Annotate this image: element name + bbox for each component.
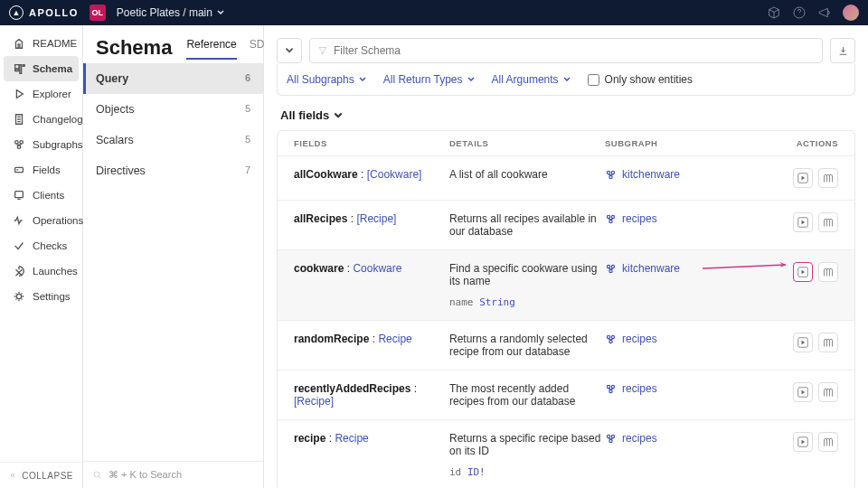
chevron-down-icon xyxy=(216,8,225,17)
entities-checkbox-wrap[interactable]: Only show entities xyxy=(588,73,693,86)
insights-button[interactable] xyxy=(818,168,838,188)
collapse-button[interactable]: COLLAPSE xyxy=(0,462,82,488)
clients-icon xyxy=(13,189,25,202)
chevron-down-icon xyxy=(284,45,295,56)
sidebar-item-label: Operations xyxy=(33,215,83,226)
type-count: 5 xyxy=(245,134,250,146)
field-type[interactable]: Cookware xyxy=(353,262,401,275)
cube-icon[interactable] xyxy=(767,5,781,20)
insights-button[interactable] xyxy=(818,262,838,282)
subgraph-link[interactable]: recipes xyxy=(605,432,763,445)
sidebar-item-changelog[interactable]: Changelog xyxy=(4,107,79,132)
th-details: DETAILS xyxy=(449,138,605,148)
download-icon xyxy=(837,45,849,57)
run-in-explorer-button[interactable] xyxy=(793,212,813,232)
type-label: Query xyxy=(96,72,128,85)
field-args: id ID! xyxy=(449,466,605,478)
field-type[interactable]: Recipe xyxy=(378,333,411,345)
sidebar-item-label: Clients xyxy=(33,190,64,201)
field-type[interactable]: [Recipe] xyxy=(294,395,334,408)
field-desc: The most recently added recipes from our… xyxy=(449,382,605,408)
insights-button[interactable] xyxy=(818,333,838,352)
sidebar-item-operations[interactable]: Operations xyxy=(4,208,79,233)
sidebar-item-settings[interactable]: Settings xyxy=(4,284,79,309)
field-type[interactable]: Recipe xyxy=(335,432,368,445)
type-row-query[interactable]: Query6 xyxy=(83,63,263,94)
columns-icon xyxy=(823,217,834,228)
readme-icon xyxy=(13,37,25,50)
field-type[interactable]: [Cookware] xyxy=(367,168,422,181)
insights-button[interactable] xyxy=(818,382,838,402)
run-in-explorer-button[interactable] xyxy=(793,168,813,188)
explorer-icon xyxy=(13,88,25,100)
help-icon[interactable] xyxy=(792,5,807,20)
svg-point-21 xyxy=(607,335,609,338)
insights-button[interactable] xyxy=(818,212,838,232)
svg-point-6 xyxy=(16,294,21,298)
play-icon xyxy=(797,267,808,277)
sidebar-item-fields[interactable]: Fields xyxy=(4,157,79,183)
subgraph-link[interactable]: recipes xyxy=(605,382,763,395)
filter-subgraphs[interactable]: All Subgraphs xyxy=(287,73,367,86)
checks-icon xyxy=(13,239,25,252)
field-name: randomRecipe xyxy=(294,333,369,345)
field-name: recentlyAddedRecipes xyxy=(294,382,410,395)
settings-icon xyxy=(13,290,25,303)
chevron-down-icon xyxy=(467,75,476,84)
sidebar-item-checks[interactable]: Checks xyxy=(4,233,79,258)
sidebar-item-launches[interactable]: Launches xyxy=(4,258,79,284)
subgraph-link[interactable]: recipes xyxy=(605,333,763,345)
sidebar-item-label: Settings xyxy=(33,291,71,302)
type-row-objects[interactable]: Objects5 xyxy=(83,94,263,125)
entities-checkbox[interactable] xyxy=(588,74,599,86)
th-fields: FIELDS xyxy=(294,138,449,148)
subgraph-link[interactable]: recipes xyxy=(605,212,763,225)
field-row[interactable]: cookware : CookwareFind a specific cookw… xyxy=(278,249,854,320)
avatar[interactable] xyxy=(843,5,859,21)
tab-reference[interactable]: Reference xyxy=(186,38,236,60)
field-row[interactable]: recentlyAddedRecipes : [Recipe]The most … xyxy=(278,370,854,419)
expand-toggle[interactable] xyxy=(277,38,302,63)
svg-point-17 xyxy=(607,265,609,267)
graph-picker[interactable]: Poetic Plates / main xyxy=(117,6,225,19)
sidebar-item-subgraphs[interactable]: Subgraphs xyxy=(4,132,79,157)
filter-icon xyxy=(317,45,328,56)
filter-input-wrap[interactable] xyxy=(309,38,823,63)
type-row-directives[interactable]: Directives7 xyxy=(83,155,263,186)
run-in-explorer-button[interactable] xyxy=(793,432,813,452)
org-badge[interactable]: OL xyxy=(90,5,106,21)
filter-return-types[interactable]: All Return Types xyxy=(383,73,476,86)
section-title[interactable]: All fields xyxy=(277,96,855,130)
svg-point-1 xyxy=(15,141,19,145)
download-button[interactable] xyxy=(830,38,855,63)
field-row[interactable]: randomRecipe : RecipeReturns a randomly … xyxy=(278,320,854,370)
field-row[interactable]: allRecipes : [Recipe]Returns all recipes… xyxy=(278,200,854,249)
sidebar-item-schema[interactable]: Schema xyxy=(4,56,79,81)
play-icon xyxy=(797,337,808,348)
insights-button[interactable] xyxy=(818,432,838,452)
field-desc: Returns all recipes available in our dat… xyxy=(449,212,605,238)
svg-rect-4 xyxy=(15,167,24,172)
sidebar-item-label: Checks xyxy=(33,240,67,251)
run-in-explorer-button[interactable] xyxy=(793,262,813,282)
svg-point-9 xyxy=(611,171,614,174)
run-in-explorer-button[interactable] xyxy=(793,382,813,402)
schema-icon xyxy=(13,62,25,75)
type-row-scalars[interactable]: Scalars5 xyxy=(83,125,263,155)
filter-arguments[interactable]: All Arguments xyxy=(492,73,571,86)
subgraph-link[interactable]: kitchenware xyxy=(605,168,763,181)
chevron-down-icon xyxy=(358,75,367,84)
sidebar-item-clients[interactable]: Clients xyxy=(4,183,79,208)
run-in-explorer-button[interactable] xyxy=(793,333,813,352)
field-name: allRecipes xyxy=(294,212,347,225)
filter-input[interactable] xyxy=(334,44,815,57)
field-row[interactable]: recipe : RecipeReturns a specific recipe… xyxy=(278,419,854,488)
field-name: cookware xyxy=(294,262,344,275)
sidebar-item-explorer[interactable]: Explorer xyxy=(4,81,79,107)
search-shortcut[interactable]: ⌘ + K to Search xyxy=(83,461,263,488)
field-row[interactable]: allCookware : [Cookware]A list of all co… xyxy=(278,155,854,200)
announce-icon[interactable] xyxy=(817,5,832,20)
field-type[interactable]: [Recipe] xyxy=(356,212,396,225)
sidebar-item-readme[interactable]: README xyxy=(4,31,79,56)
brand-logo[interactable]: ▲ APOLLO xyxy=(9,5,79,20)
